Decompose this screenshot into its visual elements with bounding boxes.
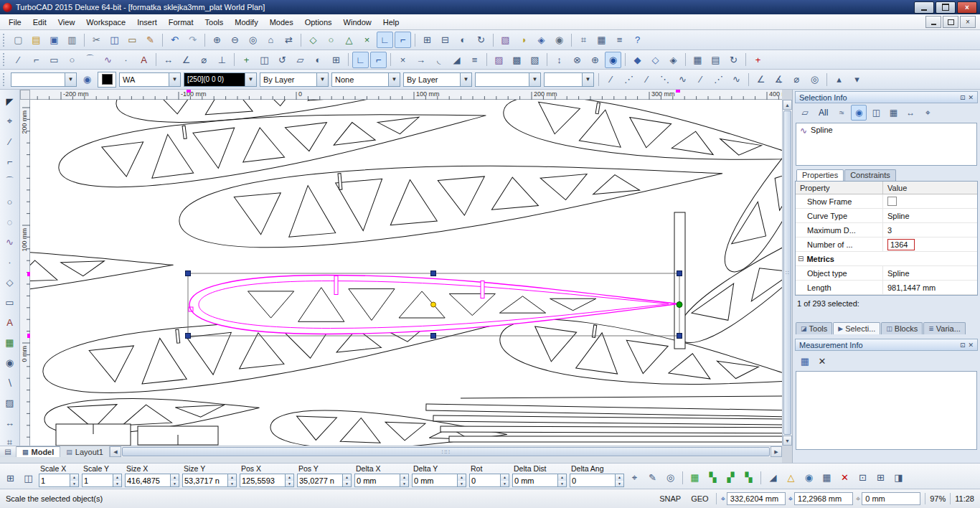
spinner[interactable]: ▲▼ <box>400 474 409 487</box>
mdi-minimize-button[interactable] <box>925 16 941 28</box>
ruler-icon[interactable]: ◢ <box>765 469 781 486</box>
property-value[interactable]: 1364 <box>883 239 977 250</box>
extend-icon[interactable]: → <box>413 52 429 68</box>
toolbar-grip[interactable] <box>3 53 6 66</box>
selection-tree[interactable]: ∿ Spline <box>796 123 977 166</box>
chevron-down-icon[interactable]: ▼ <box>388 73 400 86</box>
field-input[interactable] <box>82 474 113 487</box>
deselect-icon[interactable]: ▱ <box>797 105 813 121</box>
drawing-canvas[interactable] <box>30 100 782 446</box>
line-style-dashdot-icon[interactable]: ⋱ <box>656 71 673 88</box>
field-input[interactable] <box>469 474 501 487</box>
redo-icon[interactable]: ↷ <box>184 32 201 48</box>
move-entity-icon[interactable]: + <box>238 52 255 68</box>
render-icon[interactable]: ◈ <box>533 32 550 48</box>
close-panel-icon[interactable]: ✕ <box>968 94 974 101</box>
palette-tab-varia[interactable]: ≣Varia... <box>923 322 966 334</box>
sheet-tab-model[interactable]: ▤Model <box>17 446 60 457</box>
point-tool-icon[interactable]: ∙ <box>118 52 134 68</box>
palette-tab-blocks[interactable]: ◫Blocks <box>881 322 923 334</box>
grid-icon[interactable]: ⌗ <box>575 32 592 48</box>
join-icon[interactable]: ⊕ <box>587 52 603 68</box>
dimension-icon[interactable]: ↔ <box>160 52 176 68</box>
coord-system-combo[interactable]: ▼ <box>544 72 594 87</box>
snap-toggle[interactable]: SNAP <box>656 493 684 504</box>
snap-midpoint-icon[interactable]: △ <box>341 32 357 48</box>
scroll-down-button[interactable]: ▼ <box>783 436 792 446</box>
zoom-out-icon[interactable]: ⊖ <box>227 32 243 48</box>
bezier-handles-icon[interactable]: ∿ <box>674 71 691 88</box>
pin-icon[interactable]: ⊡ <box>960 342 966 349</box>
monitor-icon[interactable]: ⊡ <box>854 469 871 486</box>
perpendicular-icon[interactable]: ⊥ <box>214 52 230 68</box>
move-selection-icon[interactable]: ⌖ <box>920 105 936 121</box>
property-row[interactable]: Number of ...1364 <box>796 237 977 252</box>
field-input[interactable] <box>512 474 558 487</box>
spline-tool[interactable]: ∿ <box>1 233 19 250</box>
spin-down-icon[interactable]: ▼ <box>343 481 351 487</box>
new-file-icon[interactable]: ▢ <box>10 32 27 48</box>
checker-three-icon[interactable]: ▚ <box>740 469 757 486</box>
measurement-list[interactable] <box>796 371 977 450</box>
tab-properties[interactable]: Properties <box>796 169 844 181</box>
toolbar-grip[interactable] <box>3 34 6 47</box>
tangent-icon[interactable]: ⋰ <box>710 71 727 88</box>
help-icon[interactable]: ? <box>629 32 646 48</box>
coord-z-field[interactable]: 0 mm <box>862 492 920 505</box>
angle-snap-icon[interactable]: ∠ <box>753 71 769 88</box>
checker-one-icon[interactable]: ▚ <box>705 469 721 486</box>
pattern-combo[interactable]: None▼ <box>331 72 400 87</box>
block-insert-icon[interactable]: ◇ <box>647 52 664 68</box>
palette-icon[interactable]: ◨ <box>890 469 907 486</box>
select-tool[interactable]: ◤ <box>1 93 19 110</box>
spinner[interactable]: ▲▼ <box>558 474 567 487</box>
selection-handle[interactable] <box>431 271 436 276</box>
aperture-icon[interactable]: ◎ <box>662 469 679 486</box>
menu-format[interactable]: Format <box>163 16 199 29</box>
spin-up-icon[interactable]: ▲ <box>501 474 509 481</box>
spinner[interactable]: ▲▼ <box>458 474 466 487</box>
smooth-curve-icon[interactable]: ∿ <box>728 71 745 88</box>
chevron-down-icon[interactable]: ▼ <box>316 73 328 86</box>
spinner[interactable]: ▲▼ <box>501 474 509 487</box>
spinner[interactable]: ▲▼ <box>113 474 122 487</box>
snap-center-icon[interactable]: ○ <box>323 32 339 48</box>
line-style-combo[interactable]: By Layer▼ <box>260 72 329 87</box>
menu-tools[interactable]: Tools <box>199 16 230 29</box>
rotate-icon[interactable]: ↻ <box>473 32 489 48</box>
property-row[interactable]: ⊟Metrics <box>796 252 977 266</box>
properties-icon[interactable]: ≡ <box>611 32 628 48</box>
block-create-icon[interactable]: ◆ <box>629 52 646 68</box>
mdi-restore-button[interactable] <box>943 16 958 28</box>
layers-icon[interactable]: ▦ <box>593 32 610 48</box>
field-input[interactable] <box>182 474 228 487</box>
zoom-extents-icon[interactable]: ⌂ <box>263 32 279 48</box>
explode-icon[interactable]: ⊟ <box>437 32 453 48</box>
lights-icon[interactable]: ◑ <box>515 32 532 48</box>
zoom-window-icon[interactable]: ◎ <box>245 32 261 48</box>
chevron-down-icon[interactable]: ▼ <box>169 73 180 86</box>
materials-icon[interactable]: ▧ <box>497 32 514 48</box>
sheet-list-icon[interactable]: ▤ <box>0 446 17 457</box>
select-3d-icon[interactable]: ⌐ <box>370 52 387 68</box>
print-icon[interactable]: ▥ <box>64 32 80 48</box>
collapse-icon[interactable]: ⊟ <box>798 255 804 263</box>
coord-x-field[interactable]: 332,6204 mm <box>727 492 786 505</box>
spin-down-icon[interactable]: ▼ <box>228 481 236 487</box>
spin-down-icon[interactable]: ▼ <box>171 481 179 487</box>
selection-handle[interactable] <box>677 334 682 339</box>
spinner[interactable]: ▲▼ <box>616 474 624 487</box>
grid-on-icon[interactable]: ▦ <box>687 469 703 486</box>
spin-up-icon[interactable]: ▲ <box>286 474 293 481</box>
format-painter-icon[interactable]: ✎ <box>142 32 159 48</box>
diameter-dimension-icon[interactable]: ⌀ <box>196 52 212 68</box>
line-style-dot-icon[interactable]: ⋰ <box>621 71 637 88</box>
toolbar-grip[interactable] <box>3 73 6 86</box>
spin-up-icon[interactable]: ▲ <box>616 474 623 481</box>
undo-icon[interactable]: ↶ <box>166 32 183 48</box>
chevron-down-icon[interactable]: ▼ <box>582 73 593 86</box>
property-row[interactable]: Maximum D...3 <box>796 223 977 237</box>
spinner[interactable]: ▲▼ <box>286 474 294 487</box>
ellipse-tool[interactable]: ◌ <box>1 213 19 230</box>
arc-tool[interactable]: ⌒ <box>1 173 19 190</box>
